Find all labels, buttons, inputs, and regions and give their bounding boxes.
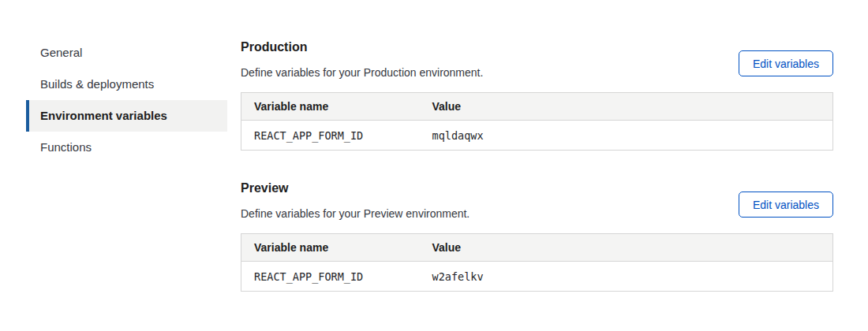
sidebar-item-general[interactable]: General <box>26 37 227 69</box>
environment-variables-panel: Production Define variables for your Pro… <box>241 39 833 322</box>
table-header-row: Variable name Value <box>241 234 833 262</box>
preview-variables-table: Variable name Value REACT_APP_FORM_ID w2… <box>241 233 833 292</box>
variable-name-cell: REACT_APP_FORM_ID <box>241 121 420 151</box>
sidebar-item-functions[interactable]: Functions <box>26 132 227 163</box>
sidebar-item-environment-variables[interactable]: Environment variables <box>26 100 227 132</box>
variable-value-cell: mqldaqwx <box>420 121 833 151</box>
table-row: REACT_APP_FORM_ID mqldaqwx <box>241 121 833 151</box>
settings-sidebar: General Builds & deployments Environment… <box>26 37 227 163</box>
value-column-header: Value <box>420 234 833 262</box>
variable-name-column-header: Variable name <box>241 234 420 262</box>
variable-name-cell: REACT_APP_FORM_ID <box>241 262 420 292</box>
variable-value-cell: w2afelkv <box>420 262 833 292</box>
preview-edit-variables-button[interactable]: Edit variables <box>739 192 833 218</box>
production-section: Production Define variables for your Pro… <box>241 39 833 151</box>
table-row: REACT_APP_FORM_ID w2afelkv <box>241 262 833 292</box>
variable-name-column-header: Variable name <box>241 93 420 121</box>
production-variables-table: Variable name Value REACT_APP_FORM_ID mq… <box>241 92 833 151</box>
sidebar-item-builds-deployments[interactable]: Builds & deployments <box>26 69 227 100</box>
value-column-header: Value <box>420 93 833 121</box>
table-header-row: Variable name Value <box>241 93 833 121</box>
preview-section: Preview Define variables for your Previe… <box>241 180 833 292</box>
production-edit-variables-button[interactable]: Edit variables <box>739 50 833 76</box>
